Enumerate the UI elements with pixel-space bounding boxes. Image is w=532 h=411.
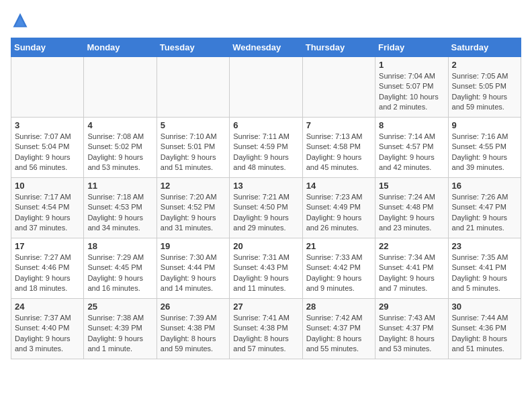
- logo-icon: [11, 11, 30, 30]
- day-number: 2: [452, 60, 517, 70]
- day-number: 16: [452, 181, 517, 191]
- calendar-week-row: 1Sunrise: 7:04 AM Sunset: 5:07 PM Daylig…: [11, 57, 521, 118]
- calendar-cell: 6Sunrise: 7:11 AM Sunset: 4:59 PM Daylig…: [230, 118, 302, 178]
- calendar-cell: 29Sunrise: 7:43 AM Sunset: 4:37 PM Dayli…: [375, 299, 448, 359]
- day-number: 13: [233, 181, 298, 191]
- day-number: 8: [379, 120, 444, 130]
- calendar-week-row: 24Sunrise: 7:37 AM Sunset: 4:40 PM Dayli…: [11, 299, 521, 359]
- day-info: Sunrise: 7:13 AM Sunset: 4:58 PM Dayligh…: [306, 132, 371, 173]
- calendar-cell: 12Sunrise: 7:20 AM Sunset: 4:52 PM Dayli…: [157, 178, 229, 238]
- calendar-cell: 7Sunrise: 7:13 AM Sunset: 4:58 PM Daylig…: [302, 118, 375, 178]
- day-info: Sunrise: 7:16 AM Sunset: 4:55 PM Dayligh…: [452, 132, 517, 173]
- calendar-cell: 19Sunrise: 7:30 AM Sunset: 4:44 PM Dayli…: [157, 238, 229, 299]
- day-info: Sunrise: 7:23 AM Sunset: 4:49 PM Dayligh…: [306, 192, 371, 234]
- header-day-sunday: Sunday: [11, 38, 84, 57]
- day-info: Sunrise: 7:21 AM Sunset: 4:50 PM Dayligh…: [233, 192, 298, 234]
- calendar-cell: 15Sunrise: 7:24 AM Sunset: 4:48 PM Dayli…: [375, 178, 448, 238]
- day-info: Sunrise: 7:30 AM Sunset: 4:44 PM Dayligh…: [161, 253, 226, 294]
- calendar-cell: 8Sunrise: 7:14 AM Sunset: 4:57 PM Daylig…: [375, 118, 448, 178]
- day-number: 24: [15, 302, 80, 312]
- day-number: 21: [306, 241, 371, 251]
- day-number: 7: [306, 120, 371, 130]
- header-day-wednesday: Wednesday: [230, 38, 302, 57]
- calendar-cell: [11, 57, 84, 118]
- day-number: 1: [379, 60, 444, 70]
- day-info: Sunrise: 7:35 AM Sunset: 4:41 PM Dayligh…: [452, 253, 517, 294]
- calendar-cell: 30Sunrise: 7:44 AM Sunset: 4:36 PM Dayli…: [448, 299, 521, 359]
- day-info: Sunrise: 7:44 AM Sunset: 4:36 PM Dayligh…: [452, 313, 517, 355]
- day-number: 6: [233, 120, 298, 130]
- header-day-tuesday: Tuesday: [157, 38, 229, 57]
- calendar-cell: 13Sunrise: 7:21 AM Sunset: 4:50 PM Dayli…: [230, 178, 302, 238]
- calendar-cell: 22Sunrise: 7:34 AM Sunset: 4:41 PM Dayli…: [375, 238, 448, 299]
- day-number: 23: [452, 241, 517, 251]
- calendar-cell: 4Sunrise: 7:08 AM Sunset: 5:02 PM Daylig…: [84, 118, 157, 178]
- calendar-week-row: 10Sunrise: 7:17 AM Sunset: 4:54 PM Dayli…: [11, 178, 521, 238]
- day-number: 15: [379, 181, 444, 191]
- day-info: Sunrise: 7:20 AM Sunset: 4:52 PM Dayligh…: [161, 192, 226, 234]
- day-info: Sunrise: 7:42 AM Sunset: 4:37 PM Dayligh…: [306, 313, 371, 355]
- day-number: 9: [452, 120, 517, 130]
- day-info: Sunrise: 7:14 AM Sunset: 4:57 PM Dayligh…: [379, 132, 444, 173]
- calendar-cell: [302, 57, 375, 118]
- day-number: 4: [87, 120, 152, 130]
- day-number: 20: [233, 241, 298, 251]
- day-number: 18: [87, 241, 152, 251]
- day-number: 26: [161, 302, 226, 312]
- calendar-header-row: SundayMondayTuesdayWednesdayThursdayFrid…: [11, 38, 521, 57]
- header: [11, 11, 521, 30]
- day-info: Sunrise: 7:38 AM Sunset: 4:39 PM Dayligh…: [87, 313, 152, 355]
- calendar-cell: 5Sunrise: 7:10 AM Sunset: 5:01 PM Daylig…: [157, 118, 229, 178]
- calendar-cell: 16Sunrise: 7:26 AM Sunset: 4:47 PM Dayli…: [448, 178, 521, 238]
- day-number: 11: [87, 181, 152, 191]
- calendar-cell: 1Sunrise: 7:04 AM Sunset: 5:07 PM Daylig…: [375, 57, 448, 118]
- day-info: Sunrise: 7:05 AM Sunset: 5:05 PM Dayligh…: [452, 71, 517, 113]
- day-info: Sunrise: 7:08 AM Sunset: 5:02 PM Dayligh…: [87, 132, 152, 173]
- day-info: Sunrise: 7:33 AM Sunset: 4:42 PM Dayligh…: [306, 253, 371, 294]
- day-info: Sunrise: 7:41 AM Sunset: 4:38 PM Dayligh…: [233, 313, 298, 355]
- calendar-cell: 24Sunrise: 7:37 AM Sunset: 4:40 PM Dayli…: [11, 299, 84, 359]
- calendar-cell: [157, 57, 229, 118]
- calendar-cell: 2Sunrise: 7:05 AM Sunset: 5:05 PM Daylig…: [448, 57, 521, 118]
- calendar-cell: 26Sunrise: 7:39 AM Sunset: 4:38 PM Dayli…: [157, 299, 229, 359]
- day-number: 17: [15, 241, 80, 251]
- calendar-cell: 21Sunrise: 7:33 AM Sunset: 4:42 PM Dayli…: [302, 238, 375, 299]
- calendar-cell: 3Sunrise: 7:07 AM Sunset: 5:04 PM Daylig…: [11, 118, 84, 178]
- day-info: Sunrise: 7:39 AM Sunset: 4:38 PM Dayligh…: [161, 313, 226, 355]
- day-number: 14: [306, 181, 371, 191]
- day-info: Sunrise: 7:34 AM Sunset: 4:41 PM Dayligh…: [379, 253, 444, 294]
- calendar-cell: 28Sunrise: 7:42 AM Sunset: 4:37 PM Dayli…: [302, 299, 375, 359]
- day-info: Sunrise: 7:31 AM Sunset: 4:43 PM Dayligh…: [233, 253, 298, 294]
- day-number: 27: [233, 302, 298, 312]
- day-info: Sunrise: 7:27 AM Sunset: 4:46 PM Dayligh…: [15, 253, 80, 294]
- day-number: 29: [379, 302, 444, 312]
- calendar-cell: 23Sunrise: 7:35 AM Sunset: 4:41 PM Dayli…: [448, 238, 521, 299]
- calendar-cell: 14Sunrise: 7:23 AM Sunset: 4:49 PM Dayli…: [302, 178, 375, 238]
- calendar-cell: 11Sunrise: 7:18 AM Sunset: 4:53 PM Dayli…: [84, 178, 157, 238]
- day-number: 28: [306, 302, 371, 312]
- day-number: 12: [161, 181, 226, 191]
- day-info: Sunrise: 7:17 AM Sunset: 4:54 PM Dayligh…: [15, 192, 80, 234]
- header-day-thursday: Thursday: [302, 38, 375, 57]
- calendar-table: SundayMondayTuesdayWednesdayThursdayFrid…: [11, 38, 521, 359]
- day-number: 3: [15, 120, 80, 130]
- day-info: Sunrise: 7:24 AM Sunset: 4:48 PM Dayligh…: [379, 192, 444, 234]
- day-number: 10: [15, 181, 80, 191]
- calendar-cell: 27Sunrise: 7:41 AM Sunset: 4:38 PM Dayli…: [230, 299, 302, 359]
- day-number: 22: [379, 241, 444, 251]
- day-info: Sunrise: 7:29 AM Sunset: 4:45 PM Dayligh…: [87, 253, 152, 294]
- day-info: Sunrise: 7:07 AM Sunset: 5:04 PM Dayligh…: [15, 132, 80, 173]
- day-number: 19: [161, 241, 226, 251]
- day-number: 5: [161, 120, 226, 130]
- day-info: Sunrise: 7:11 AM Sunset: 4:59 PM Dayligh…: [233, 132, 298, 173]
- header-day-friday: Friday: [375, 38, 448, 57]
- calendar-cell: 9Sunrise: 7:16 AM Sunset: 4:55 PM Daylig…: [448, 118, 521, 178]
- logo: [11, 11, 32, 30]
- day-info: Sunrise: 7:04 AM Sunset: 5:07 PM Dayligh…: [379, 71, 444, 113]
- day-number: 30: [452, 302, 517, 312]
- calendar-cell: 18Sunrise: 7:29 AM Sunset: 4:45 PM Dayli…: [84, 238, 157, 299]
- day-info: Sunrise: 7:26 AM Sunset: 4:47 PM Dayligh…: [452, 192, 517, 234]
- calendar-cell: 17Sunrise: 7:27 AM Sunset: 4:46 PM Dayli…: [11, 238, 84, 299]
- day-info: Sunrise: 7:37 AM Sunset: 4:40 PM Dayligh…: [15, 313, 80, 355]
- calendar-cell: 20Sunrise: 7:31 AM Sunset: 4:43 PM Dayli…: [230, 238, 302, 299]
